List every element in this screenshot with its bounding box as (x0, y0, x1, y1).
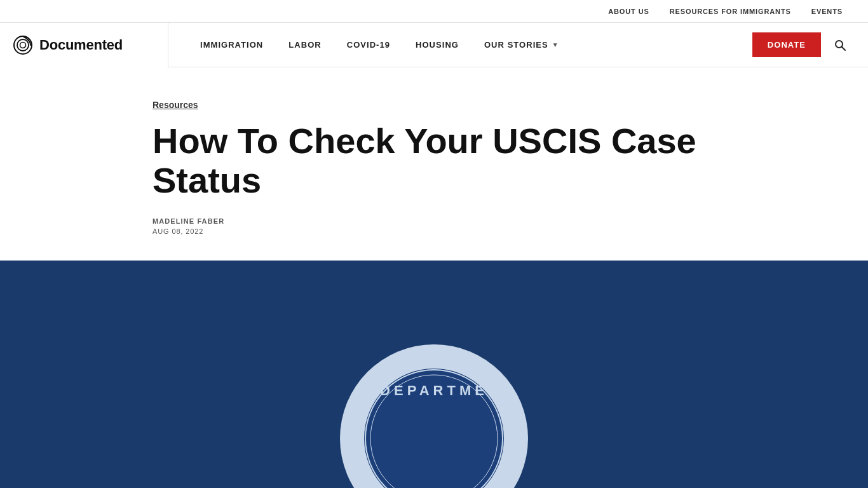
nav-area: IMMIGRATION LABOR COVID-19 HOUSING OUR S… (168, 23, 868, 67)
search-icon (834, 39, 846, 51)
svg-line-4 (842, 46, 846, 50)
article-author: MADELINE FABER (153, 217, 715, 225)
nav-our-stories[interactable]: OUR STORIES ▼ (484, 40, 559, 50)
logo-icon (13, 35, 33, 55)
top-bar-links: ABOUT US RESOURCES FOR IMMIGRANTS EVENTS (608, 8, 843, 15)
article-title: How To Check Your USCIS Case Status (153, 121, 715, 200)
article-meta: MADELINE FABER AUG 08, 2022 (153, 217, 715, 235)
search-button[interactable] (831, 36, 849, 54)
uscis-seal-svg: ADEPARTMEN (339, 343, 529, 488)
donate-button[interactable]: DONATE (752, 32, 821, 57)
hero-image: ADEPARTMEN (0, 261, 868, 488)
hero-seal: ADEPARTMEN (339, 343, 529, 488)
topbar-events[interactable]: EVENTS (811, 8, 843, 15)
main-header: Documented IMMIGRATION LABOR COVID-19 HO… (0, 23, 868, 67)
nav-covid19[interactable]: COVID-19 (347, 40, 390, 50)
topbar-resources-for-immigrants[interactable]: RESOURCES FOR IMMIGRANTS (670, 8, 791, 15)
logo-area: Documented (0, 23, 168, 67)
top-bar: ABOUT US RESOURCES FOR IMMIGRANTS EVENTS (0, 0, 868, 23)
breadcrumb[interactable]: Resources (153, 100, 198, 110)
article-date: AUG 08, 2022 (153, 227, 715, 235)
article-content-area: Resources How To Check Your USCIS Case S… (0, 67, 868, 261)
our-stories-chevron-icon: ▼ (552, 41, 559, 48)
nav-links: IMMIGRATION LABOR COVID-19 HOUSING OUR S… (200, 40, 559, 50)
topbar-about-us[interactable]: ABOUT US (608, 8, 649, 15)
logo-text[interactable]: Documented (39, 37, 123, 53)
nav-actions: DONATE (752, 32, 849, 57)
svg-point-2 (20, 42, 26, 48)
nav-labor[interactable]: LABOR (288, 40, 321, 50)
nav-immigration[interactable]: IMMIGRATION (200, 40, 263, 50)
svg-point-1 (17, 39, 29, 51)
nav-housing[interactable]: HOUSING (416, 40, 459, 50)
